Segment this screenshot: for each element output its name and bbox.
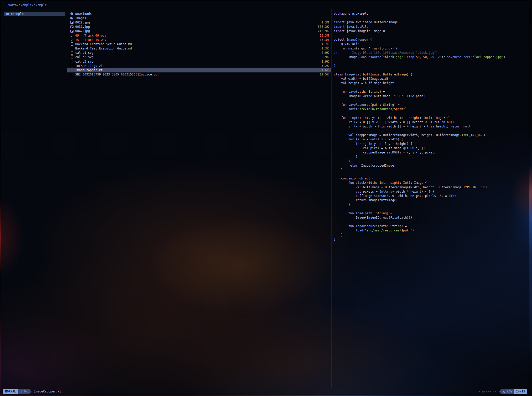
code-line: package org.example — [334, 12, 529, 16]
code-line: } — [334, 159, 529, 163]
code-line: fun loadResource(path: String) = — [334, 224, 529, 228]
file-size: 586.3K — [315, 25, 329, 29]
code-line: for (i in x until x + width) { — [334, 137, 529, 142]
code-line: companion object { — [334, 176, 529, 181]
code-line: save("src/main/resources/$path") — [334, 107, 529, 111]
file-size-badge: 1.6K — [18, 389, 30, 394]
image-icon — [70, 25, 74, 29]
code-line: croppedImage.setRGB(i - x, j - y, pixel) — [334, 150, 529, 155]
file-size: 1.3K — [318, 47, 329, 50]
files-pane: DownloadsImages0028.jpg1.3M0031.jpg586.3… — [67, 9, 332, 388]
file-size: 2.9K — [318, 55, 329, 59]
code-line: } — [334, 155, 529, 159]
file-name: Images — [75, 16, 86, 20]
file-name: 0031.jpg — [75, 25, 90, 29]
code-line — [334, 16, 529, 20]
code-line: val buffImage = BufferedImage(width, hei… — [334, 185, 529, 190]
code-line: object ImageCropper { — [334, 38, 529, 42]
file-row[interactable]: 0031.jpg586.3K — [67, 25, 331, 29]
file-size: 1.3M — [318, 21, 329, 24]
file-name: 09 - Track 09.wav — [75, 34, 106, 37]
code-line: // Image.black(100, 100).saveResource("b… — [334, 51, 529, 55]
dir-name: example — [11, 12, 24, 16]
permissions-text: -rw-r--r-- — [478, 389, 497, 394]
file-name: 0042.jpg — [75, 29, 90, 33]
folder-icon — [6, 12, 9, 16]
file-size: 12.5K — [317, 73, 329, 76]
file-row[interactable]: cal-c3.svg2.9K — [67, 59, 331, 64]
svg-icon — [70, 59, 74, 64]
code-line: fun load(path: String) = — [334, 211, 529, 216]
file-row[interactable]: Backend_Frontend_Setup_Guide.md1.7K — [67, 42, 331, 46]
file-name: IDEAsettings.zip — [75, 64, 105, 68]
markdown-icon — [70, 46, 74, 51]
file-name: 0028.jpg — [75, 21, 90, 24]
file-size: 5.2K — [318, 64, 329, 68]
code-line: } — [334, 237, 529, 242]
status-filename: ImageCropper.kt — [34, 389, 61, 394]
code-line: } — [334, 168, 529, 172]
file-row[interactable]: 15 - Track 15.wav15.3M — [67, 38, 331, 42]
file-name: ImageCropper.kt — [75, 68, 103, 72]
file-row[interactable]: Backend_Test_Execution_Guide.md1.3K — [67, 46, 331, 51]
file-row[interactable]: cal-c2.svg2.9K — [67, 55, 331, 59]
scroll-percent-value: 93% — [506, 389, 512, 394]
file-size: 15.3M — [317, 34, 329, 37]
svg-icon — [70, 55, 74, 59]
code-line: if (x < 0 || y < 0 || width < 0 || heigh… — [334, 120, 529, 124]
powerline-left-icon — [499, 389, 501, 394]
code-line — [334, 98, 529, 103]
pdf-icon — [70, 72, 74, 77]
file-size: 212.9K — [315, 29, 329, 33]
code-line: fun save(path: String) = — [334, 90, 529, 94]
file-row[interactable]: cal-c1.svg2.9K — [67, 51, 331, 55]
markdown-icon — [70, 42, 74, 46]
audio-icon — [70, 33, 74, 38]
code-line: if (x + width > this.width || y + height… — [334, 124, 529, 129]
file-size: 1.6K — [318, 68, 329, 72]
mode-badge: NORMAL — [3, 389, 18, 394]
progress-circle-icon — [503, 391, 505, 393]
code-line: return Image(buffImage) — [334, 198, 529, 202]
code-line: val pixel = buffImage.getRGB(i, j) — [334, 146, 529, 150]
powerline-right-icon — [30, 389, 32, 394]
file-row[interactable]: 0042.jpg212.9K — [67, 29, 331, 33]
code-line: fun saveResource(path: String) = — [334, 103, 529, 107]
code-line — [334, 220, 529, 224]
terminal-window: ~/Data/example/example example Downloads… — [1, 1, 529, 395]
preview-pane: package org.example import java.awt.imag… — [332, 9, 529, 388]
code-line — [334, 129, 529, 133]
code-line: fun main(args: Array<String>) { — [334, 46, 529, 51]
file-size: 15.3M — [317, 38, 329, 42]
code-line: } — [334, 202, 529, 207]
file-row[interactable]: Images — [67, 16, 331, 20]
current-path: ~/Data/example/example — [6, 3, 47, 7]
status-bar-right: -rw-r--r-- 93% 14/15 — [478, 389, 527, 394]
code-line: Image.loadResource("black.jpg").crop(50,… — [334, 55, 529, 59]
file-name: cal-c1.svg — [75, 51, 93, 55]
file-row[interactable]: Downloads — [67, 12, 331, 16]
file-row[interactable]: 09 - Track 09.wav15.3M — [67, 33, 331, 38]
code-line: buffImage.setRGB(0, 0, width, height, pi… — [334, 194, 529, 198]
code-line: } — [334, 59, 529, 64]
file-row[interactable]: SBI_0032013739_2023_DE05_0003155631Invoi… — [67, 72, 331, 77]
file-row[interactable]: ImageCropper.kt1.6K — [67, 68, 331, 72]
file-size: 2.9K — [318, 51, 329, 55]
code-line: val pixels = IntArray(width * height) { … — [334, 190, 529, 194]
parent-pane: example — [1, 9, 67, 388]
file-list: DownloadsImages0028.jpg1.3M0031.jpg586.3… — [67, 12, 331, 77]
code-line: class Image(val buffImage: BufferedImage… — [334, 72, 529, 77]
kotlin-icon — [70, 68, 74, 72]
image-icon — [70, 20, 74, 24]
code-line: val croppedImage = BufferedImage(width, … — [334, 133, 529, 137]
code-view: package org.example import java.awt.imag… — [334, 12, 529, 242]
code-line: import java.io.File — [334, 25, 529, 29]
code-line: ImageIO.write(buffImage, "JPG", File(pat… — [334, 94, 529, 98]
code-line: val width = buffImage.width — [334, 77, 529, 81]
parent-dir-item[interactable]: example — [4, 12, 65, 16]
file-row[interactable]: 0028.jpg1.3M — [67, 20, 331, 24]
file-size: 1.7K — [318, 42, 329, 46]
code-line: fun black(width: Int, height: Int): Imag… — [334, 181, 529, 185]
file-row[interactable]: IDEAsettings.zip5.2K — [67, 64, 331, 68]
download-icon — [70, 12, 74, 16]
